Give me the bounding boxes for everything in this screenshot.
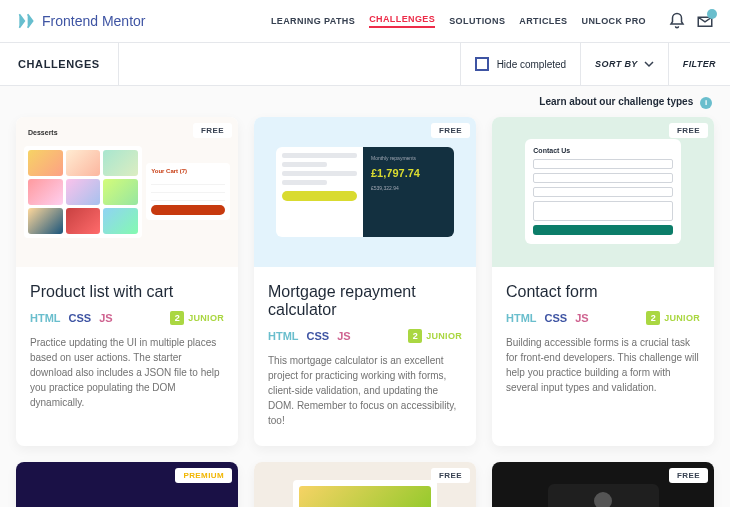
info-icon[interactable]: i [700, 97, 712, 109]
sort-by-dropdown[interactable]: SORT BY [580, 43, 668, 85]
nav-solutions[interactable]: SOLUTIONS [449, 16, 505, 26]
inbox-badge [707, 9, 717, 19]
difficulty-badge: 2JUNIOR [646, 311, 700, 325]
challenge-card[interactable]: Simple Omelette Recipe FREE [254, 462, 476, 508]
free-tag: FREE [193, 123, 232, 138]
sort-by-label: SORT BY [595, 59, 638, 69]
nav-unlock-pro[interactable]: UNLOCK PRO [582, 16, 647, 26]
brand-logo[interactable]: Frontend Mentor [16, 11, 146, 31]
page-title: CHALLENGES [0, 43, 119, 85]
card-preview: Desserts Your Cart (7) FREE [16, 117, 238, 267]
free-tag: FREE [669, 123, 708, 138]
card-description: Building accessible forms is a crucial t… [506, 335, 700, 395]
challenge-card[interactable]: Jessica Randall FREE [492, 462, 714, 508]
chevron-down-icon [644, 59, 654, 69]
sub-header: CHALLENGES Hide completed SORT BY FILTER [0, 42, 730, 86]
challenge-card[interactable]: Countries UNID INDO PREMIUM [16, 462, 238, 508]
nav-learning-paths[interactable]: LEARNING PATHS [271, 16, 355, 26]
hide-completed-toggle[interactable]: Hide completed [460, 43, 580, 85]
inbox-icon[interactable] [696, 12, 714, 30]
challenge-card[interactable]: Desserts Your Cart (7) FREE Product list… [16, 117, 238, 446]
learn-row: Learn about our challenge types i [0, 86, 730, 117]
nav-challenges[interactable]: CHALLENGES [369, 14, 435, 28]
card-title: Mortgage repayment calculator [268, 283, 462, 319]
card-preview: Monthly repayments£1,797.74£539,322.94 F… [254, 117, 476, 267]
brand-name: Frontend Mentor [42, 13, 146, 29]
nav-articles[interactable]: ARTICLES [519, 16, 567, 26]
main-nav: LEARNING PATHS CHALLENGES SOLUTIONS ARTI… [271, 12, 714, 30]
card-description: Practice updating the UI in multiple pla… [30, 335, 224, 410]
notifications-icon[interactable] [668, 12, 686, 30]
filter-button[interactable]: FILTER [668, 43, 730, 85]
challenge-card[interactable]: Contact Us FREE Contact form HTMLCSSJS 2… [492, 117, 714, 446]
card-preview: Simple Omelette Recipe FREE [254, 462, 476, 508]
hide-completed-label: Hide completed [497, 59, 566, 70]
free-tag: FREE [431, 468, 470, 483]
difficulty-badge: 2JUNIOR [170, 311, 224, 325]
main-header: Frontend Mentor LEARNING PATHS CHALLENGE… [0, 0, 730, 42]
card-preview: Countries UNID INDO PREMIUM [16, 462, 238, 508]
card-description: This mortgage calculator is an excellent… [268, 353, 462, 428]
card-preview: Contact Us FREE [492, 117, 714, 267]
checkbox-icon [475, 57, 489, 71]
free-tag: FREE [669, 468, 708, 483]
card-preview: Jessica Randall FREE [492, 462, 714, 508]
card-title: Product list with cart [30, 283, 224, 301]
card-title: Contact form [506, 283, 700, 301]
difficulty-badge: 2JUNIOR [408, 329, 462, 343]
logo-icon [16, 11, 36, 31]
challenge-card[interactable]: Monthly repayments£1,797.74£539,322.94 F… [254, 117, 476, 446]
challenges-grid: Desserts Your Cart (7) FREE Product list… [0, 117, 730, 508]
free-tag: FREE [431, 123, 470, 138]
premium-tag: PREMIUM [175, 468, 232, 483]
learn-link[interactable]: Learn about our challenge types [539, 96, 693, 107]
